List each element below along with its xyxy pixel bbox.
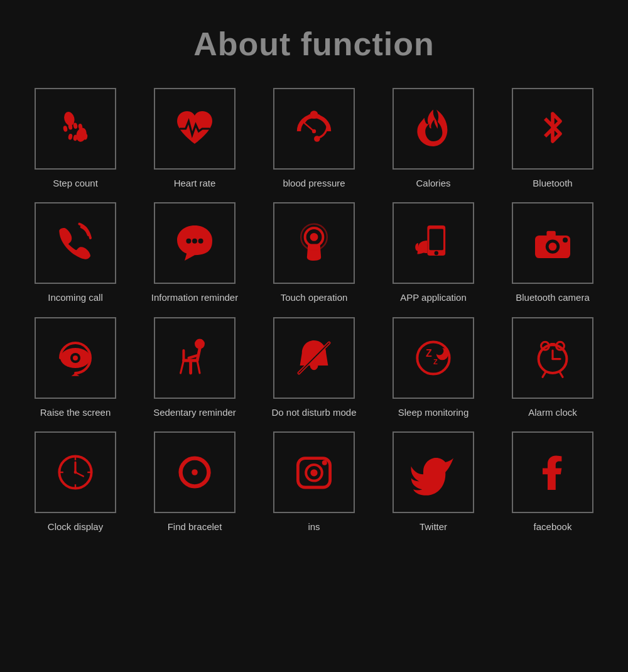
step-count-icon [50,104,100,154]
svg-point-64 [192,469,198,475]
calories-icon-box [392,88,474,170]
sedentary-reminder-label: Sedentary reminder [153,406,236,419]
find-bracelet-icon [170,447,220,497]
touch-operation-icon [289,218,339,268]
svg-line-39 [188,355,197,358]
sedentary-reminder-icon [170,333,220,383]
svg-point-62 [74,470,77,474]
feature-item: Sedentary reminder [144,317,245,419]
information-reminder-label: Information reminder [151,291,238,304]
clock-display-icon-box [35,431,116,513]
features-grid: Step count Heart rate [25,88,603,533]
feature-item: facebook [502,431,603,533]
feature-item: Heart rate [144,88,245,190]
facebook-icon [528,447,578,497]
svg-point-1 [63,126,68,133]
calories-icon [408,104,458,154]
app-application-icon-box [392,202,474,284]
svg-line-41 [197,360,200,373]
svg-point-16 [186,239,191,244]
do-not-disturb-icon-box [273,317,355,399]
svg-point-27 [549,242,557,251]
touch-operation-label: Touch operation [281,291,348,304]
svg-line-40 [181,360,184,373]
svg-line-53 [560,372,563,377]
blood-pressure-icon-box [273,88,355,170]
app-application-label: APP application [400,291,467,304]
incoming-call-icon-box [35,202,116,284]
step-count-icon-box [35,88,116,170]
facebook-label: facebook [534,521,572,533]
twitter-icon-box [392,431,474,513]
svg-point-68 [322,460,327,465]
ins-label: ins [308,521,320,533]
svg-rect-23 [430,229,443,251]
svg-point-17 [192,239,197,244]
svg-rect-28 [546,231,555,237]
svg-point-24 [435,251,438,255]
alarm-clock-label: Alarm clock [528,406,577,419]
sleep-monitoring-label: Sleep monitoring [398,406,469,419]
svg-point-29 [563,237,568,242]
feature-item: Step count [25,88,126,190]
find-bracelet-label: Find bracelet [168,521,222,533]
feature-item: blood pressure [264,88,364,190]
feature-item: Bluetooth camera [502,202,603,304]
feature-item: Do not disturb mode [264,317,364,419]
do-not-disturb-label: Do not disturb mode [271,406,356,419]
feature-item: Bluetooth [502,88,603,190]
feature-item: Information reminder [144,202,245,304]
step-count-label: Step count [53,177,98,190]
do-not-disturb-icon [289,333,339,383]
raise-screen-icon-box [35,317,116,399]
blood-pressure-icon [289,104,339,154]
svg-point-34 [195,339,205,349]
svg-point-18 [198,239,203,244]
bluetooth-camera-icon [528,218,578,268]
svg-point-11 [312,129,316,133]
svg-line-52 [543,372,546,377]
svg-point-15 [314,136,320,142]
feature-item: APP application [383,202,484,304]
raise-screen-icon [50,333,100,383]
feature-item: Alarm clock [502,317,603,419]
svg-text:Z: Z [426,348,432,359]
feature-item: Touch operation [264,202,364,304]
svg-point-69 [313,471,316,474]
svg-rect-54 [550,343,556,346]
facebook-icon-box [512,431,593,513]
svg-text:Z: Z [433,357,438,365]
twitter-label: Twitter [420,521,447,533]
alarm-clock-icon-box [512,317,593,399]
feature-item: Find bracelet [144,431,245,533]
svg-point-20 [310,233,318,241]
blood-pressure-label: blood pressure [283,177,345,190]
raise-screen-label: Raise the screen [40,406,111,419]
feature-item: Clock display [25,431,126,533]
touch-operation-icon-box [273,202,355,284]
svg-point-12 [310,111,318,119]
twitter-icon [408,447,458,497]
heart-rate-icon [170,104,220,154]
feature-item: Raise the screen [25,317,126,419]
sleep-monitoring-icon: Z Z [408,333,458,383]
bluetooth-label: Bluetooth [533,177,572,190]
feature-item: Calories [383,88,484,190]
incoming-call-icon [50,218,100,268]
page-title: About function [193,25,435,63]
bluetooth-camera-label: Bluetooth camera [516,291,590,304]
alarm-clock-icon [528,333,578,383]
sleep-monitoring-icon-box: Z Z [392,317,474,399]
bluetooth-camera-icon-box [512,202,593,284]
clock-display-label: Clock display [48,521,103,533]
heart-rate-icon-box [154,88,236,170]
incoming-call-label: Incoming call [48,291,103,304]
svg-point-6 [68,134,73,141]
feature-item: Twitter [383,431,484,533]
feature-item: Incoming call [25,202,126,304]
sedentary-reminder-icon-box [154,317,236,399]
bluetooth-icon-box [512,88,593,170]
ins-icon-box [273,431,355,513]
feature-item: ins [264,431,364,533]
calories-label: Calories [416,177,450,190]
